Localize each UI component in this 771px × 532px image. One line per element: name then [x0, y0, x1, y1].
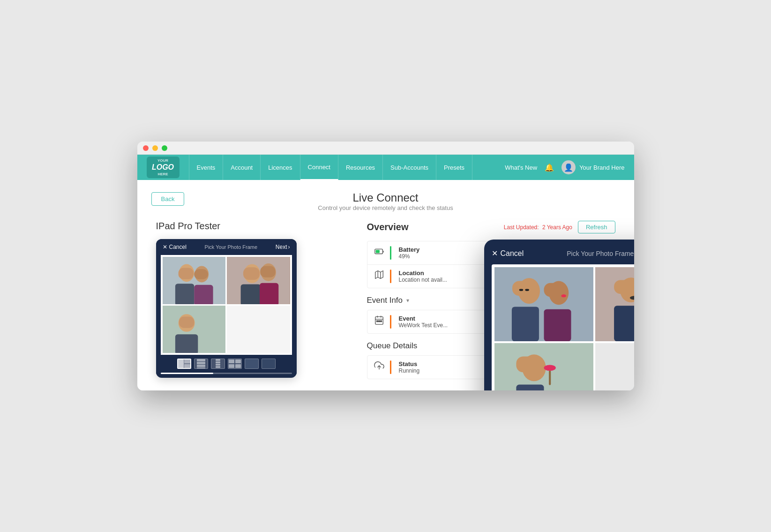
queue-status-value: Running — [399, 367, 420, 374]
photo-cell-large-3 — [494, 343, 593, 390]
queue-status-label: Status — [399, 360, 420, 367]
location-label: Location — [399, 270, 447, 277]
photo-cell-large-2 — [595, 267, 634, 341]
event-indicator — [390, 315, 391, 329]
ipad-screen-small: ✕ Cancel Pick Your Photo Frame Next › — [156, 239, 297, 374]
nav-resources[interactable]: Resources — [338, 155, 383, 180]
nav-subaccounts[interactable]: Sub-Accounts — [383, 155, 436, 180]
frame-thumb-6[interactable] — [262, 359, 276, 369]
svg-rect-17 — [179, 316, 194, 328]
ipad-large-inner: ✕ Cancel Pick Your Photo Frame Next › — [484, 240, 634, 390]
frame-thumb-4[interactable] — [228, 359, 242, 369]
svg-rect-24 — [197, 367, 205, 368]
photo-cell-large-4 — [595, 343, 634, 390]
svg-rect-58 — [544, 283, 563, 297]
event-info-title: Event Info — [367, 296, 403, 305]
svg-marker-37 — [375, 271, 383, 279]
svg-rect-74 — [516, 357, 538, 373]
svg-rect-5 — [178, 268, 193, 279]
photo-3 — [163, 306, 226, 353]
queue-title: Queue Details — [367, 341, 418, 351]
pick-frame-label-large: Pick Your Photo Frame — [567, 250, 634, 257]
ipad-large: ✕ Cancel Pick Your Photo Frame Next › — [484, 240, 634, 390]
cancel-button-large[interactable]: ✕ Cancel — [492, 249, 524, 258]
photo-cell-large-1 — [494, 267, 593, 341]
photo-2 — [227, 257, 290, 304]
frame-thumb-1[interactable] — [177, 359, 191, 369]
event-value: WeWork Test Eve... — [399, 322, 448, 329]
maximize-button[interactable] — [162, 145, 167, 151]
svg-rect-45 — [376, 321, 378, 322]
ipad-nav-small: ✕ Cancel Pick Your Photo Frame Next › — [156, 239, 297, 255]
svg-point-61 — [561, 294, 566, 297]
calendar-icon — [374, 315, 385, 328]
svg-rect-27 — [216, 364, 220, 366]
whats-new-link[interactable]: What's New — [505, 164, 537, 171]
logo-your: YOUR — [151, 158, 175, 163]
refresh-button[interactable]: Refresh — [578, 221, 615, 233]
queue-status: Status Running — [367, 356, 491, 379]
location-status: Location Location not avail... — [367, 265, 491, 288]
frame-thumb-3[interactable] — [211, 359, 225, 369]
svg-rect-77 — [595, 343, 634, 390]
last-updated-label: Last Updated: — [504, 224, 539, 231]
frame-thumb-5[interactable] — [245, 359, 259, 369]
svg-rect-16 — [175, 334, 197, 353]
battery-indicator — [390, 246, 391, 260]
svg-rect-30 — [235, 360, 241, 363]
title-bar — [137, 142, 634, 155]
location-indicator — [390, 270, 391, 283]
svg-rect-65 — [614, 306, 634, 341]
svg-rect-12 — [243, 267, 260, 280]
nav-connect[interactable]: Connect — [300, 155, 338, 180]
last-updated-value: 2 Years Ago — [542, 224, 572, 231]
svg-rect-55 — [511, 307, 539, 341]
svg-rect-59 — [519, 289, 523, 291]
upload-icon — [374, 360, 385, 373]
battery-label: Battery — [399, 246, 420, 253]
chevron-down-icon: ▾ — [406, 297, 409, 304]
ipad-small: ✕ Cancel Pick Your Photo Frame Next › — [156, 239, 297, 378]
svg-rect-3 — [175, 284, 194, 304]
back-button[interactable]: Back — [151, 192, 185, 206]
map-icon — [374, 270, 385, 282]
page-title: Live Connect — [151, 191, 620, 204]
ipad-nav-large: ✕ Cancel Pick Your Photo Frame Next › — [492, 247, 634, 264]
nav-account[interactable]: Account — [223, 155, 261, 180]
overview-header: Overview Last Updated: 2 Years Ago Refre… — [367, 221, 615, 233]
frame-thumb-2[interactable] — [194, 359, 208, 369]
photo-cell-4 — [227, 306, 290, 353]
event-label: Event — [399, 315, 448, 322]
battery-value: 49% — [399, 253, 420, 260]
svg-rect-60 — [525, 289, 529, 291]
x-icon-small: ✕ — [163, 244, 167, 250]
close-button[interactable] — [143, 145, 149, 151]
nav-events[interactable]: Events — [189, 155, 224, 180]
minimize-button[interactable] — [152, 145, 158, 151]
location-value: Location not avail... — [399, 277, 447, 283]
bell-icon[interactable]: 🔔 — [545, 163, 554, 172]
svg-rect-21 — [197, 359, 205, 361]
svg-rect-32 — [235, 364, 241, 368]
frame-selector-small — [156, 355, 297, 373]
next-button-small[interactable]: Next › — [276, 244, 290, 250]
avatar: 👤 — [561, 160, 576, 174]
svg-rect-19 — [184, 360, 190, 363]
svg-rect-47 — [380, 321, 382, 322]
logo[interactable]: YOUR LOGO HERE — [147, 157, 180, 178]
photo-grid-small — [161, 255, 292, 355]
nav-links: Events Account Licences Connect Resource… — [189, 155, 505, 180]
svg-point-76 — [544, 365, 555, 371]
svg-rect-10 — [241, 285, 261, 304]
svg-rect-23 — [197, 365, 205, 367]
nav-presets[interactable]: Presets — [436, 155, 472, 180]
page-subtitle: Control your device remotely and check t… — [151, 204, 620, 211]
nav-licences[interactable]: Licences — [261, 155, 300, 180]
svg-rect-28 — [216, 366, 220, 368]
svg-rect-57 — [512, 281, 532, 296]
svg-rect-73 — [516, 385, 544, 390]
navbar: YOUR LOGO HERE Events Account Licences C… — [137, 155, 634, 180]
svg-rect-25 — [216, 359, 220, 361]
photo-1 — [163, 257, 226, 304]
cancel-button-small[interactable]: ✕ Cancel — [163, 244, 187, 250]
